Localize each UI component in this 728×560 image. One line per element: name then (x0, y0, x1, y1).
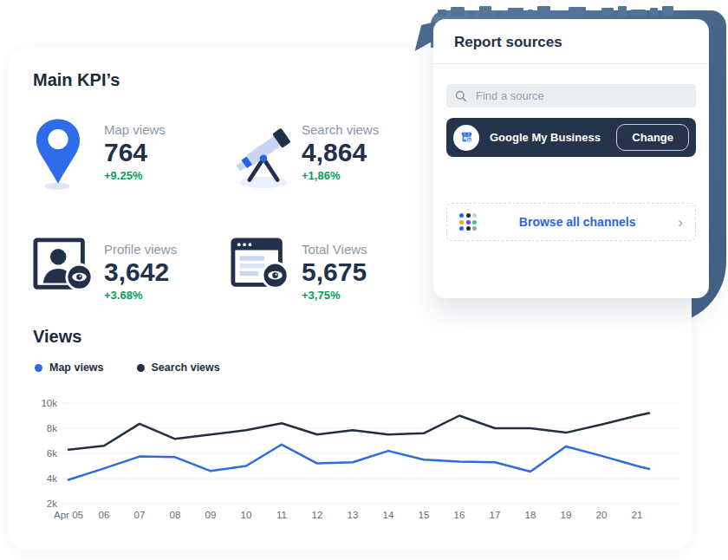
kpi-section-title: Main KPI’s (33, 70, 120, 90)
report-sources-panel: Report sources (433, 19, 709, 298)
svg-text:20: 20 (596, 510, 608, 520)
svg-text:09: 09 (205, 510, 217, 520)
kpi-search-views: Search views 4,864 +1,86% (231, 117, 447, 197)
chevron-right-icon: › (678, 215, 683, 230)
legend-item-map-views: Map views (35, 361, 104, 374)
kpi-value: 5,675 (302, 257, 367, 288)
search-icon (455, 90, 467, 102)
views-line-chart: 10k8k6k4k2kApr 0506070809101112131415161… (31, 381, 690, 528)
profile-photo-eye-icon (33, 237, 104, 294)
kpi-delta: +1,86% (302, 169, 379, 182)
report-sources-header: Report sources (433, 19, 709, 64)
dashboard-page: Main KPI’s Map views 764 +9.25% (0, 0, 728, 560)
legend-dot-icon (35, 364, 42, 372)
browser-window-eye-icon (231, 237, 302, 294)
svg-text:11: 11 (276, 510, 287, 520)
svg-text:17: 17 (490, 510, 501, 520)
svg-text:Apr 05: Apr 05 (54, 510, 83, 520)
kpi-value: 764 (104, 138, 166, 168)
browse-all-channels-label[interactable]: Browse all channels (477, 215, 678, 229)
kpi-label: Total Views (302, 242, 367, 257)
svg-text:15: 15 (419, 510, 430, 520)
svg-text:4k: 4k (47, 473, 57, 484)
legend-item-search-views: Search views (137, 361, 220, 374)
kpi-total-views: Total Views 5,675 +3,75% (231, 237, 447, 316)
kpi-delta: +3,75% (302, 289, 367, 302)
chart-legend: Map views Search views (35, 361, 220, 374)
source-search-input[interactable] (474, 88, 687, 103)
kpi-label: Profile views (104, 242, 177, 257)
browse-all-channels-button[interactable]: Browse all channels › (446, 203, 696, 241)
selected-source-name: Google My Business (490, 131, 616, 144)
kpi-profile-views: Profile views 3,642 +3.68% (33, 237, 231, 316)
kpi-value: 3,642 (104, 257, 177, 288)
svg-text:19: 19 (561, 510, 572, 520)
kpi-label: Search views (302, 122, 379, 137)
google-my-business-icon: G (453, 125, 479, 151)
svg-text:G: G (467, 138, 471, 142)
svg-text:21: 21 (632, 510, 643, 520)
selected-source-row: G Google My Business Change (446, 118, 696, 157)
report-sources-title: Report sources (454, 34, 688, 51)
svg-text:2k: 2k (47, 498, 57, 509)
svg-text:18: 18 (525, 510, 536, 520)
blob-texture (438, 3, 717, 16)
kpi-delta: +9.25% (104, 169, 166, 182)
kpi-value: 4,864 (302, 138, 379, 168)
kpi-map-views: Map views 764 +9.25% (33, 117, 231, 197)
map-pin-icon (33, 117, 104, 192)
svg-text:12: 12 (312, 510, 323, 520)
svg-text:16: 16 (454, 510, 465, 520)
kpi-delta: +3.68% (104, 289, 177, 302)
svg-text:13: 13 (348, 510, 359, 520)
svg-text:10k: 10k (41, 398, 57, 408)
views-section-title: Views (33, 327, 81, 347)
svg-text:06: 06 (99, 510, 110, 520)
kpi-label: Map views (104, 122, 166, 137)
report-sources-body: G Google My Business Change Browse all c… (433, 64, 709, 241)
svg-text:07: 07 (134, 510, 146, 520)
svg-text:6k: 6k (47, 448, 57, 459)
source-search-box[interactable] (446, 84, 696, 107)
kpi-grid: Map views 764 +9.25% (33, 117, 447, 316)
svg-text:8k: 8k (47, 423, 57, 433)
telescope-icon (231, 117, 302, 192)
svg-text:14: 14 (383, 510, 394, 520)
legend-dot-icon (137, 364, 145, 372)
change-source-button[interactable]: Change (616, 124, 689, 151)
svg-text:08: 08 (170, 510, 181, 520)
channels-grid-icon (459, 213, 477, 231)
svg-text:10: 10 (241, 510, 252, 520)
